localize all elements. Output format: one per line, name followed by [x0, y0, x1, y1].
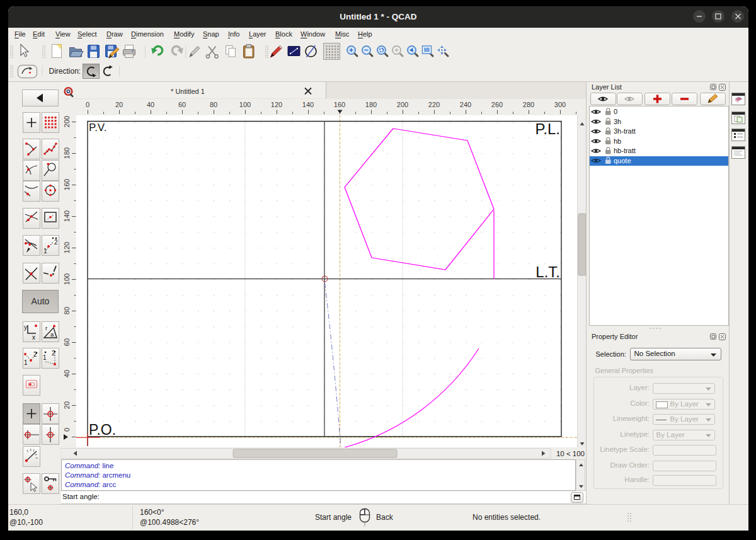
svg-text:100: 100	[239, 101, 251, 108]
svg-text:160: 160	[334, 101, 345, 108]
svg-text:Direction:: Direction:	[49, 67, 81, 76]
svg-text:300: 300	[554, 101, 566, 108]
svg-text:Auto: Auto	[32, 296, 50, 306]
svg-text:x: x	[32, 334, 35, 341]
svg-text:10 < 100: 10 < 100	[556, 450, 585, 457]
svg-text:100: 100	[63, 273, 71, 285]
svg-text:60: 60	[63, 338, 71, 346]
svg-text:140: 140	[63, 210, 71, 222]
svg-text:40: 40	[147, 101, 154, 108]
svg-text:0: 0	[63, 428, 71, 432]
svg-text:280: 280	[523, 101, 534, 108]
svg-text:y: y	[24, 324, 27, 331]
svg-text:* Untitled 1: * Untitled 1	[171, 88, 205, 95]
svg-text:180: 180	[365, 101, 377, 108]
svg-text:60: 60	[178, 101, 186, 108]
svg-text:P.V.: P.V.	[89, 122, 106, 134]
svg-text:160: 160	[63, 179, 71, 190]
svg-text:1: 1	[43, 248, 47, 255]
svg-text:P.L.: P.L.	[535, 120, 560, 137]
svg-text:r: r	[45, 325, 47, 331]
svg-text:2: 2	[54, 239, 58, 246]
svg-text:1: 1	[43, 354, 47, 361]
svg-text:80: 80	[210, 101, 217, 108]
svg-text:20: 20	[63, 401, 71, 409]
svg-text:220: 220	[428, 101, 440, 108]
svg-text:120: 120	[271, 101, 282, 108]
svg-text:200: 200	[397, 101, 408, 108]
svg-text:200: 200	[63, 116, 71, 127]
svg-text:40: 40	[63, 370, 71, 377]
svg-text:2: 2	[33, 351, 37, 358]
svg-text:80: 80	[63, 307, 71, 314]
svg-text:120: 120	[63, 242, 71, 253]
svg-text:260: 260	[491, 101, 503, 108]
svg-text:a: a	[50, 331, 54, 338]
svg-text:0: 0	[86, 101, 89, 108]
svg-text:1: 1	[24, 359, 28, 366]
svg-text:140: 140	[302, 101, 314, 108]
svg-text:240: 240	[460, 101, 471, 108]
svg-text:L.T.: L.T.	[536, 263, 560, 280]
svg-text:20: 20	[115, 101, 123, 108]
svg-text:P.O.: P.O.	[89, 422, 116, 438]
svg-text:180: 180	[63, 147, 71, 159]
